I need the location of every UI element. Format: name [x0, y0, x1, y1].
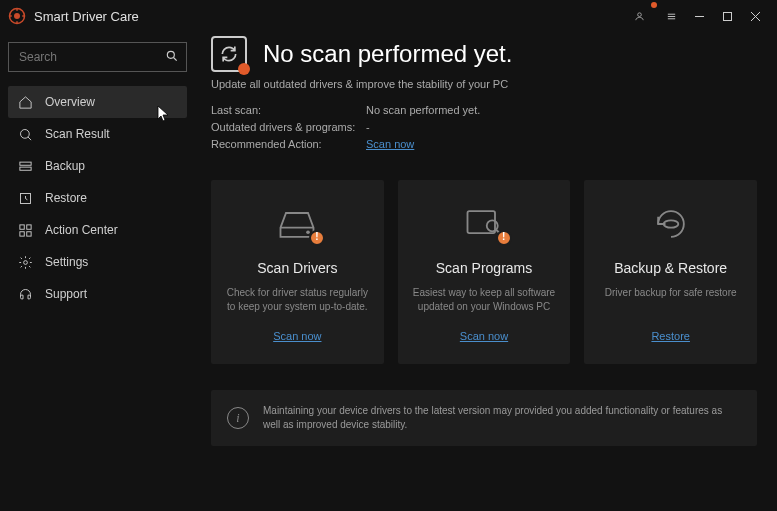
restore-icon — [18, 191, 33, 206]
svg-rect-6 — [20, 162, 31, 165]
page-subtitle: Update all outdated drivers & improve th… — [211, 78, 757, 90]
app-title: Smart Driver Care — [34, 9, 139, 24]
refresh-alert-icon — [211, 36, 247, 72]
svg-point-17 — [663, 220, 678, 227]
card-desc: Driver backup for safe restore — [605, 286, 737, 314]
sidebar-item-label: Scan Result — [45, 127, 110, 141]
svg-point-13 — [24, 260, 28, 264]
minimize-button[interactable] — [685, 2, 713, 30]
card-scan-drivers: Scan Drivers Check for driver status reg… — [211, 180, 384, 364]
info-outdated: Outdated drivers & programs: - — [211, 121, 757, 133]
svg-point-4 — [167, 51, 174, 58]
account-icon[interactable] — [625, 2, 653, 30]
search-input[interactable] — [8, 42, 187, 72]
sidebar-item-label: Action Center — [45, 223, 118, 237]
scan-icon — [18, 127, 33, 142]
cards-row: Scan Drivers Check for driver status reg… — [211, 180, 757, 364]
close-button[interactable] — [741, 2, 769, 30]
sidebar: Overview Scan Result Backup Restore Acti… — [0, 32, 195, 511]
card-title: Scan Drivers — [257, 260, 337, 276]
card-desc: Easiest way to keep all software updated… — [412, 286, 557, 314]
info-value: - — [366, 121, 370, 133]
backup-restore-icon — [647, 204, 695, 244]
sidebar-item-restore[interactable]: Restore — [8, 182, 187, 214]
support-icon — [18, 287, 33, 302]
sidebar-item-overview[interactable]: Overview — [8, 86, 187, 118]
svg-rect-9 — [20, 224, 24, 228]
sidebar-item-label: Support — [45, 287, 87, 301]
sidebar-item-support[interactable]: Support — [8, 278, 187, 310]
app-logo-icon — [8, 7, 26, 25]
alert-badge-icon — [309, 230, 325, 246]
card-scan-now-link[interactable]: Scan now — [273, 330, 321, 342]
info-last-scan: Last scan: No scan performed yet. — [211, 104, 757, 116]
sidebar-item-backup[interactable]: Backup — [8, 150, 187, 182]
card-scan-now-link[interactable]: Scan now — [460, 330, 508, 342]
svg-rect-10 — [27, 224, 31, 228]
search-icon[interactable] — [165, 49, 179, 67]
page-heading: No scan performed yet. — [211, 36, 757, 72]
tip-text: Maintaining your device drivers to the l… — [263, 404, 741, 432]
menu-icon[interactable] — [657, 2, 685, 30]
sidebar-item-scan-result[interactable]: Scan Result — [8, 118, 187, 150]
info-value: No scan performed yet. — [366, 104, 480, 116]
info-label: Last scan: — [211, 104, 366, 116]
info-icon: i — [227, 407, 249, 429]
card-title: Backup & Restore — [614, 260, 727, 276]
sidebar-item-action-center[interactable]: Action Center — [8, 214, 187, 246]
svg-rect-12 — [27, 231, 31, 235]
info-label: Recommended Action: — [211, 138, 366, 150]
svg-rect-7 — [20, 167, 31, 170]
titlebar: Smart Driver Care — [0, 0, 777, 32]
sidebar-item-label: Overview — [45, 95, 95, 109]
programs-icon — [460, 204, 508, 244]
page-title: No scan performed yet. — [263, 40, 512, 68]
sidebar-item-label: Settings — [45, 255, 88, 269]
maximize-button[interactable] — [713, 2, 741, 30]
sidebar-item-label: Backup — [45, 159, 85, 173]
grid-icon — [18, 223, 33, 238]
svg-point-2 — [637, 12, 641, 16]
sidebar-item-settings[interactable]: Settings — [8, 246, 187, 278]
alert-badge-icon — [496, 230, 512, 246]
tip-banner: i Maintaining your device drivers to the… — [211, 390, 757, 446]
card-desc: Check for driver status regularly to kee… — [225, 286, 370, 314]
sidebar-item-label: Restore — [45, 191, 87, 205]
card-backup-restore: Backup & Restore Driver backup for safe … — [584, 180, 757, 364]
card-scan-programs: Scan Programs Easiest way to keep all so… — [398, 180, 571, 364]
svg-point-5 — [21, 129, 30, 138]
svg-rect-3 — [723, 12, 731, 20]
home-icon — [18, 95, 33, 110]
info-recommended: Recommended Action: Scan now — [211, 138, 757, 150]
scan-now-link[interactable]: Scan now — [366, 138, 414, 150]
svg-point-1 — [14, 13, 20, 19]
info-label: Outdated drivers & programs: — [211, 121, 366, 133]
drive-icon — [273, 204, 321, 244]
backup-icon — [18, 159, 33, 174]
card-restore-link[interactable]: Restore — [651, 330, 690, 342]
search-wrap — [8, 42, 187, 72]
main-content: No scan performed yet. Update all outdat… — [195, 32, 777, 511]
svg-rect-15 — [468, 211, 496, 233]
card-title: Scan Programs — [436, 260, 532, 276]
gear-icon — [18, 255, 33, 270]
svg-rect-11 — [20, 231, 24, 235]
